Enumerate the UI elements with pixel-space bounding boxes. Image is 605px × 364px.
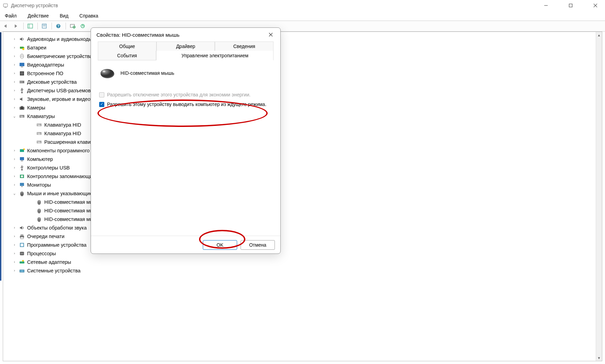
maximize-button[interactable] xyxy=(564,1,578,10)
svg-point-89 xyxy=(103,70,105,72)
tree-node-label: Клавиатуры xyxy=(27,114,55,119)
tab-power-management[interactable]: Управление электропитанием xyxy=(156,51,274,60)
expander-icon[interactable]: › xyxy=(12,234,17,239)
svg-point-27 xyxy=(22,88,23,89)
dialog-close-button[interactable] xyxy=(267,31,275,39)
expander-icon[interactable]: ⌄ xyxy=(12,191,17,196)
minimize-button[interactable] xyxy=(539,1,553,10)
disk-icon xyxy=(19,79,25,85)
expander-icon[interactable]: › xyxy=(12,88,17,93)
expander-icon[interactable]: › xyxy=(12,174,17,179)
svg-point-57 xyxy=(21,175,23,177)
vertical-scrollbar[interactable]: ▲ ▼ xyxy=(596,32,602,361)
svg-point-55 xyxy=(21,169,23,171)
scroll-down-arrow[interactable]: ▼ xyxy=(596,355,602,361)
usb-icon xyxy=(19,87,25,94)
checkbox-allow-power-off-label: Разрешить отключение этого устройства дл… xyxy=(107,92,251,98)
printer-icon xyxy=(19,233,25,239)
svg-rect-50 xyxy=(38,142,40,143)
svg-rect-43 xyxy=(38,133,39,133)
svg-rect-17 xyxy=(24,47,24,48)
svg-rect-34 xyxy=(22,116,23,116)
menu-bar: Файл Действие Вид Справка xyxy=(0,11,605,21)
monitor-icon xyxy=(19,182,25,188)
svg-point-25 xyxy=(23,81,24,82)
svg-rect-84 xyxy=(20,270,24,272)
show-hide-tree-button[interactable] xyxy=(26,22,35,31)
expander-icon[interactable]: › xyxy=(12,37,17,42)
expander-icon[interactable]: › xyxy=(12,251,17,256)
svg-rect-1 xyxy=(4,7,7,8)
svg-rect-38 xyxy=(38,124,39,125)
svg-rect-48 xyxy=(38,141,39,142)
svg-rect-42 xyxy=(37,133,38,133)
expander-icon[interactable]: › xyxy=(12,165,17,170)
scan-hardware-button[interactable] xyxy=(68,22,78,31)
tab-events[interactable]: События xyxy=(98,51,156,60)
network-icon xyxy=(19,259,25,265)
properties-button[interactable] xyxy=(40,22,49,31)
expander-icon[interactable]: › xyxy=(12,148,17,153)
scroll-up-arrow[interactable]: ▲ xyxy=(596,32,602,38)
tab-details[interactable]: Сведения xyxy=(215,42,274,51)
expander-icon[interactable]: ⌄ xyxy=(12,114,17,119)
usb-ctrl-icon xyxy=(19,165,25,171)
mouse-icon xyxy=(99,67,116,79)
tree-node-label: Системные устройства xyxy=(27,268,81,273)
close-button[interactable] xyxy=(589,1,602,10)
cancel-button[interactable]: Отмена xyxy=(241,240,275,250)
tree-node[interactable]: ›Сетевые адаптеры xyxy=(4,258,595,266)
svg-rect-30 xyxy=(21,106,23,107)
expander-icon[interactable]: › xyxy=(12,54,17,59)
expander-icon[interactable]: › xyxy=(12,243,17,247)
sound-icon xyxy=(19,96,25,102)
checkbox-allow-wake-label: Разрешить этому устройству выводить комп… xyxy=(107,101,266,108)
svg-rect-49 xyxy=(39,141,40,142)
svg-rect-40 xyxy=(38,125,40,126)
help-button[interactable]: ? xyxy=(54,22,63,31)
expander-icon[interactable]: › xyxy=(12,97,17,102)
expander-icon[interactable]: › xyxy=(12,71,17,76)
menu-help[interactable]: Справка xyxy=(77,12,100,20)
tree-node-label: Клавиатура HID xyxy=(44,131,81,136)
tab-general[interactable]: Общие xyxy=(98,42,156,51)
forward-button[interactable] xyxy=(12,22,21,31)
expander-icon[interactable]: › xyxy=(12,105,17,110)
svg-rect-21 xyxy=(21,67,23,67)
dialog-footer: OK Отмена xyxy=(91,236,280,254)
expander-icon[interactable]: › xyxy=(12,45,17,50)
svg-rect-58 xyxy=(20,183,24,186)
expander-icon[interactable]: › xyxy=(12,225,17,230)
ok-button[interactable]: OK xyxy=(203,240,237,250)
menu-file[interactable]: Файл xyxy=(3,12,19,20)
tree-node[interactable]: ›Системные устройства xyxy=(4,266,595,275)
update-driver-button[interactable] xyxy=(78,22,88,31)
window-title: Диспетчер устройств xyxy=(11,3,539,8)
svg-rect-23 xyxy=(21,72,23,75)
tree-node-label: Объекты обработки звука xyxy=(27,225,87,231)
menu-view[interactable]: Вид xyxy=(58,12,70,20)
svg-point-18 xyxy=(22,48,24,50)
expander-icon[interactable]: › xyxy=(12,268,17,273)
menu-action[interactable]: Действие xyxy=(25,12,51,20)
svg-rect-31 xyxy=(20,115,24,118)
expander-icon[interactable]: › xyxy=(12,183,17,187)
tab-driver[interactable]: Драйвер xyxy=(156,42,215,51)
expander-icon[interactable]: › xyxy=(12,260,17,265)
svg-rect-47 xyxy=(37,141,38,142)
device-name-label: HID-совместимая мышь xyxy=(120,70,174,76)
svg-rect-72 xyxy=(21,244,23,246)
battery-icon xyxy=(19,45,25,51)
properties-dialog: Свойства: HID-совместимая мышь Общие Дра… xyxy=(91,27,281,254)
tree-node-label: Очереди печати xyxy=(27,234,65,239)
tree-node-label: Батареи xyxy=(27,45,46,50)
left-edge-artifact xyxy=(0,32,1,281)
checkbox-allow-wake[interactable]: ✓ xyxy=(99,102,104,107)
back-button[interactable] xyxy=(1,22,11,31)
svg-text:?: ? xyxy=(57,24,59,28)
checkbox-row-allow-wake[interactable]: ✓ Разрешить этому устройству выводить ко… xyxy=(99,101,272,108)
expander-icon[interactable]: › xyxy=(12,62,17,67)
expander-icon[interactable]: › xyxy=(12,157,17,162)
expander-icon[interactable]: › xyxy=(12,80,17,84)
firmware-icon xyxy=(19,70,25,77)
